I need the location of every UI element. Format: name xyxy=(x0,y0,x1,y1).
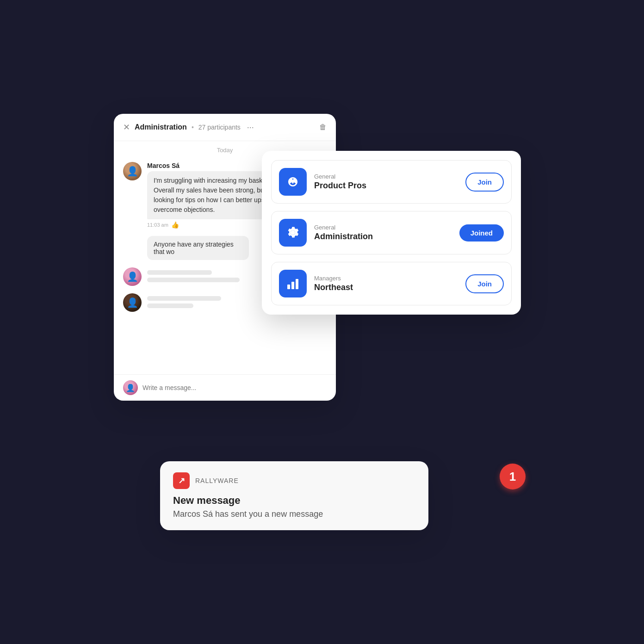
avatar: 👤 xyxy=(123,267,142,286)
notification-panel: ↗ RALLYWARE New message Marcos Sá has se… xyxy=(160,461,428,530)
chat-title: Administration xyxy=(135,123,187,131)
group-name: Product Pros xyxy=(314,181,458,191)
join-button-product-pros[interactable]: Join xyxy=(465,173,504,192)
group-item: General Administration Joined xyxy=(271,211,512,254)
group-name: Administration xyxy=(314,232,452,242)
group-info: General Product Pros xyxy=(314,173,458,191)
notification-badge: 1 xyxy=(500,464,526,489)
placeholder-bar xyxy=(147,303,193,308)
logo-text: ↗ xyxy=(178,476,185,486)
placeholder-bar xyxy=(147,296,221,301)
current-user-avatar: 👤 xyxy=(123,380,138,395)
avatar: 👤 xyxy=(123,162,142,180)
avatar: 👤 xyxy=(123,293,142,312)
svg-rect-4 xyxy=(296,279,298,289)
svg-point-1 xyxy=(291,230,295,235)
app-name: RALLYWARE xyxy=(195,477,239,484)
rallyware-logo: ↗ xyxy=(173,472,190,489)
group-category: General xyxy=(314,173,458,180)
svg-rect-3 xyxy=(291,282,294,289)
group-item: ♥ General Product Pros Join xyxy=(271,160,512,204)
participants-count: 27 participants xyxy=(198,124,241,131)
notification-header: ↗ RALLYWARE xyxy=(173,472,415,489)
placeholder-bar xyxy=(147,270,212,275)
dot-separator: • xyxy=(192,124,194,131)
message-text: Anyone have any strategies that wo xyxy=(154,241,234,255)
delete-icon[interactable]: 🗑 xyxy=(319,123,327,131)
group-icon-northeast xyxy=(279,270,307,297)
chat-header: ✕ Administration • 27 participants ··· 🗑 xyxy=(114,114,336,141)
group-icon-product-pros: ♥ xyxy=(279,168,307,196)
chat-input-area: 👤 xyxy=(114,374,336,401)
group-category: General xyxy=(314,224,452,231)
group-info: General Administration xyxy=(314,224,452,242)
group-icon-administration xyxy=(279,219,307,247)
svg-rect-2 xyxy=(287,285,290,289)
group-name: Northeast xyxy=(314,283,458,292)
more-options-icon[interactable]: ··· xyxy=(247,123,254,132)
notification-title: New message xyxy=(173,495,415,507)
like-icon[interactable]: 👍 xyxy=(171,221,179,229)
close-icon[interactable]: ✕ xyxy=(123,122,130,132)
join-button-northeast[interactable]: Join xyxy=(465,274,504,293)
group-info: Managers Northeast xyxy=(314,275,458,292)
placeholder-bar xyxy=(147,278,240,282)
group-item: Managers Northeast Join xyxy=(271,262,512,305)
badge-count: 1 xyxy=(509,470,516,484)
notification-body: Marcos Sá has sent you a new message xyxy=(173,509,415,519)
message-input[interactable] xyxy=(142,384,327,391)
group-category: Managers xyxy=(314,275,458,282)
svg-text:♥: ♥ xyxy=(290,176,296,186)
groups-panel: ♥ General Product Pros Join General Admi… xyxy=(262,151,521,315)
joined-button-administration[interactable]: Joined xyxy=(459,224,504,242)
message-bubble: Anyone have any strategies that wo xyxy=(147,236,249,260)
